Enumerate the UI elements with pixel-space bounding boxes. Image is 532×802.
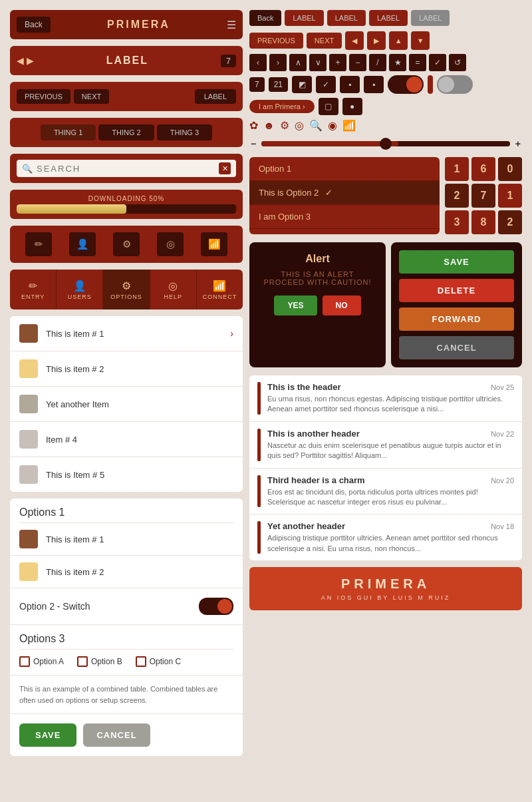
opt-icon-1: [19, 530, 38, 548]
news-date-3: Nov 20: [491, 477, 514, 485]
gear-icon-button[interactable]: ⚙: [113, 232, 140, 256]
right-back-button[interactable]: Back: [249, 10, 281, 26]
prev-arrow-icon[interactable]: ◀: [17, 55, 24, 66]
ig-down[interactable]: ∨: [309, 54, 327, 71]
up-arrow-btn[interactable]: ▲: [389, 31, 408, 50]
prev-button[interactable]: PREVIOUS: [249, 33, 303, 49]
option-row-2[interactable]: This is item # 2: [10, 556, 243, 588]
num-1[interactable]: 1: [445, 157, 469, 181]
news-header-row-2: This is another header Nov 22: [267, 429, 514, 439]
previous-button[interactable]: PREVIOUS: [17, 89, 70, 104]
ig-equals[interactable]: =: [409, 54, 426, 71]
search-input[interactable]: [37, 164, 215, 174]
tab-thing3[interactable]: THING 3: [157, 124, 212, 140]
cancel-button[interactable]: CANCEL: [83, 723, 150, 747]
news-item-3[interactable]: Third header is a charm Nov 20 Eros est …: [249, 469, 522, 515]
right-arrow-btn[interactable]: ▶: [367, 31, 386, 50]
num-0[interactable]: 0: [498, 157, 522, 181]
num-2b[interactable]: 2: [498, 210, 522, 234]
option-row-1[interactable]: This is item # 1: [10, 523, 243, 556]
select-option-1[interactable]: Option 1: [249, 157, 440, 181]
slider-track[interactable]: [261, 141, 510, 146]
badges-row: 7 21 ◩ ✓ ▪ ▪: [249, 75, 522, 94]
right-label-btn-3[interactable]: LABEL: [369, 10, 408, 26]
toggle-bar[interactable]: [428, 75, 433, 94]
panel-forward-button[interactable]: FORWARD: [399, 307, 514, 331]
nav-tab-help[interactable]: ◎ HELP: [150, 270, 197, 309]
radio-item-c[interactable]: Option C: [136, 656, 181, 667]
panel-save-button[interactable]: SAVE: [399, 250, 514, 274]
news-item-1[interactable]: This is the header Nov 25 Eu urna risus,…: [249, 375, 522, 422]
right-label-btn-2[interactable]: LABEL: [327, 10, 366, 26]
toggle-gray[interactable]: [437, 75, 473, 94]
panel-delete-button[interactable]: DELETE: [399, 279, 514, 302]
panel-cancel-button[interactable]: CANCEL: [399, 336, 514, 359]
list-item[interactable]: This is item # 1 ›: [10, 316, 243, 351]
progress-fill: [17, 204, 126, 214]
menu-icon[interactable]: ☰: [227, 19, 236, 31]
num-6[interactable]: 6: [471, 157, 495, 181]
news-header-row-4: Yet another header Nov 18: [267, 521, 514, 531]
progress-track: [17, 204, 236, 214]
ig-minus[interactable]: −: [349, 54, 366, 71]
clear-icon[interactable]: ✕: [219, 162, 231, 174]
ig-slash[interactable]: /: [369, 54, 386, 71]
num-2[interactable]: 2: [445, 184, 469, 208]
opt-icon-2: [19, 562, 38, 581]
tab-thing2[interactable]: THING 2: [98, 124, 154, 140]
num-3[interactable]: 3: [445, 210, 469, 234]
news-body-1: Eu urna risus, non rhoncus egestas. Adip…: [267, 394, 514, 415]
select-option-2[interactable]: This is Option 2 ✓: [249, 181, 440, 205]
list-item[interactable]: Yet another Item: [10, 387, 243, 422]
num-grid: 1 6 0 2 7 1 3 8 2: [445, 157, 522, 234]
toggle-large[interactable]: [388, 75, 424, 94]
down-arrow-btn[interactable]: ▼: [411, 31, 430, 50]
ig-right[interactable]: ›: [269, 54, 287, 71]
save-button[interactable]: SAVE: [19, 723, 76, 747]
list-item[interactable]: Item # 4: [10, 422, 243, 457]
num-1b[interactable]: 1: [498, 184, 522, 208]
right-label-btn-4[interactable]: LABEL: [411, 10, 450, 26]
ig-star[interactable]: ★: [389, 54, 406, 71]
nav-tab-entry[interactable]: ✏ ENTRY: [10, 270, 57, 309]
num-7[interactable]: 7: [471, 184, 495, 208]
tag-pill[interactable]: I am Primera ›: [249, 100, 315, 113]
slider-thumb[interactable]: [380, 138, 392, 150]
radio-item-b[interactable]: Option B: [77, 656, 122, 667]
wifi-icon-button[interactable]: 📶: [201, 232, 227, 256]
nav-arrows: ◀ ▶: [17, 55, 34, 66]
tab-thing1[interactable]: THING 1: [41, 124, 96, 140]
edit-icon-button[interactable]: ✏: [25, 232, 52, 256]
left-arrow-btn[interactable]: ◀: [345, 31, 364, 50]
next-arrow-icon[interactable]: ▶: [27, 55, 34, 66]
num-8[interactable]: 8: [471, 210, 495, 234]
next-button[interactable]: NEXT: [74, 89, 109, 104]
label-button[interactable]: LABEL: [195, 89, 236, 104]
target-icon-button[interactable]: ◎: [157, 232, 184, 256]
right-label-btn-1[interactable]: LABEL: [285, 10, 323, 26]
news-item-2[interactable]: This is another header Nov 22 Nascetur a…: [249, 422, 522, 469]
news-item-4[interactable]: Yet another header Nov 18 Adipiscing tri…: [249, 514, 522, 560]
ig-up[interactable]: ∧: [289, 54, 307, 71]
list-item[interactable]: This is Item # 5: [10, 457, 243, 492]
nav-tab-users[interactable]: 👤 USERS: [57, 270, 103, 309]
back-button[interactable]: Back: [17, 17, 51, 33]
next-button-r[interactable]: NEXT: [307, 33, 342, 49]
action-panel: SAVE DELETE FORWARD CANCEL: [391, 242, 522, 367]
no-button[interactable]: NO: [323, 296, 361, 315]
ig-refresh[interactable]: ↺: [449, 54, 466, 71]
user-icon-button[interactable]: 👤: [69, 232, 96, 256]
list-item[interactable]: This is item # 2: [10, 351, 243, 387]
ig-plus[interactable]: +: [329, 54, 346, 71]
prev-next-bar: PREVIOUS NEXT LABEL: [10, 82, 243, 111]
select-option-3[interactable]: I am Option 3: [249, 205, 440, 229]
footer-panel: PRIMERA AN IOS GUI BY LUIS M RUIZ: [249, 567, 522, 610]
radio-item-a[interactable]: Option A: [19, 656, 64, 667]
nav-tab-options[interactable]: ⚙ OPTIONS: [103, 270, 150, 309]
ig-check[interactable]: ✓: [429, 54, 446, 71]
radio-label-b: Option B: [91, 657, 122, 666]
toggle-switch[interactable]: [199, 598, 233, 615]
yes-button[interactable]: YES: [274, 296, 317, 315]
nav-tab-connect[interactable]: 📶 CONNECT: [197, 270, 243, 309]
ig-left[interactable]: ‹: [249, 54, 267, 71]
